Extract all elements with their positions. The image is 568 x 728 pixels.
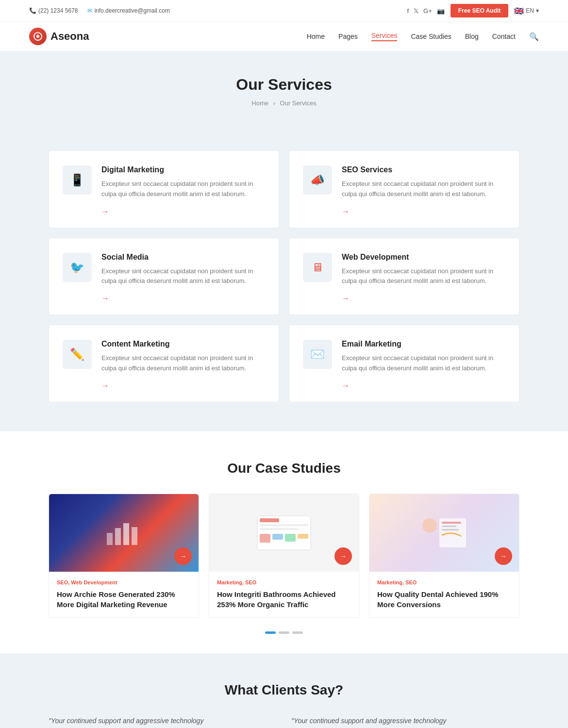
svg-rect-10 — [260, 528, 299, 530]
top-bar-right: f 𝕏 G+ 📷 Free SEO Audit 🇬🇧 EN ▾ — [407, 4, 539, 17]
nav-services[interactable]: Services — [371, 32, 398, 41]
breadcrumb-current: Our Services — [280, 99, 317, 107]
twitter-icon[interactable]: 𝕏 — [414, 7, 418, 15]
service-title: Web Development — [342, 253, 505, 262]
services-section: 📱 Digital Marketing Excepteur sint occae… — [0, 131, 568, 431]
service-icon: ✏️ — [70, 347, 84, 361]
service-icon: 🖥 — [312, 261, 323, 274]
service-icon-wrap: 🐦 — [63, 253, 92, 282]
service-arrow[interactable]: → — [342, 207, 350, 216]
svg-rect-6 — [132, 527, 137, 545]
case-card: → Marketing, SEO How Integriti Bathrooms… — [209, 494, 359, 618]
googleplus-icon[interactable]: G+ — [423, 7, 432, 15]
service-title: Social Media — [101, 253, 265, 262]
service-arrow[interactable]: → — [342, 381, 350, 390]
service-card: 🐦 Social Media Excepteur sint occaecat c… — [49, 238, 279, 315]
nav-links: Home Pages Services Case Studies Blog Co… — [307, 32, 539, 41]
case-thumbnail: → — [49, 494, 199, 572]
carousel-dot[interactable] — [265, 631, 276, 634]
service-desc: Excepteur sint occaecat cupidatat non pr… — [342, 353, 505, 374]
carousel-dot[interactable] — [279, 631, 289, 634]
nav-pages[interactable]: Pages — [338, 33, 358, 40]
top-bar: 📞 (22) 1234 5678 ✉ info.deercreative@gma… — [0, 0, 568, 22]
case-title: How Integriti Bathrooms Achieved 253% Mo… — [217, 589, 351, 610]
hero-section: Our Services Home › Our Services — [0, 51, 568, 131]
case-body: Marketing, SEO How Quality Dental Achiev… — [369, 572, 519, 617]
email-info: ✉ info.deercreative@gmail.com — [87, 7, 170, 14]
breadcrumb-home[interactable]: Home — [251, 99, 268, 107]
case-arrow-button[interactable]: → — [495, 547, 512, 565]
lang-label: EN — [526, 7, 534, 14]
phone-info: 📞 (22) 1234 5678 — [29, 7, 78, 14]
case-body: SEO, Web Development How Archie Rose Gen… — [49, 572, 199, 617]
email-icon: ✉ — [87, 7, 92, 14]
service-arrow[interactable]: → — [101, 294, 109, 303]
service-icon: 🐦 — [70, 261, 84, 274]
service-card: 📣 SEO Services Excepteur sint occaecat c… — [289, 150, 519, 228]
service-desc: Excepteur sint occaecat cupidatat non pr… — [101, 266, 265, 287]
case-thumbnail: → — [209, 494, 359, 572]
flag-icon: 🇬🇧 — [514, 6, 524, 16]
case-title: How Archie Rose Generated 230% More Digi… — [57, 589, 191, 610]
service-icon: ✉️ — [310, 347, 325, 361]
testimonial-item: "Your continued support and aggressive t… — [49, 715, 277, 727]
service-card: ✉️ Email Marketing Excepteur sint occaec… — [289, 325, 519, 402]
svg-rect-5 — [123, 523, 129, 545]
service-icon-wrap: 🖥 — [303, 253, 332, 282]
carousel-dot[interactable] — [292, 631, 303, 634]
service-desc: Excepteur sint occaecat cupidatat non pr… — [342, 266, 505, 287]
testimonials-section: What Clients Say? "Your continued suppor… — [0, 653, 568, 728]
free-seo-button[interactable]: Free SEO Audit — [451, 4, 509, 17]
svg-rect-12 — [272, 534, 283, 540]
case-tags: SEO, Web Development — [57, 579, 191, 585]
service-icon-wrap: 📱 — [63, 165, 92, 195]
service-card: 📱 Digital Marketing Excepteur sint occae… — [49, 150, 279, 228]
case-card: → Marketing, SEO How Quality Dental Achi… — [369, 494, 519, 618]
testimonial-text: "Your continued support and aggressive t… — [49, 715, 277, 727]
case-arrow-button[interactable]: → — [334, 547, 352, 565]
service-arrow[interactable]: → — [342, 294, 350, 303]
svg-rect-9 — [260, 524, 308, 526]
nav-home[interactable]: Home — [307, 33, 325, 40]
email-address: info.deercreative@gmail.com — [94, 7, 170, 14]
testimonial-item: "Your continued support and aggressive t… — [291, 715, 519, 727]
service-content: Content Marketing Excepteur sint occaeca… — [101, 340, 265, 390]
logo-icon — [29, 28, 47, 45]
case-arrow-button[interactable]: → — [174, 547, 192, 565]
chevron-down-icon: ▾ — [536, 7, 539, 14]
service-title: Digital Marketing — [101, 165, 265, 174]
svg-rect-18 — [442, 526, 456, 527]
service-icon-wrap: 📣 — [303, 165, 332, 195]
service-card: 🖥 Web Development Excepteur sint occaeca… — [289, 238, 519, 315]
page-title: Our Services — [10, 76, 558, 94]
phone-number: (22) 1234 5678 — [38, 7, 78, 14]
nav-contact[interactable]: Contact — [492, 33, 516, 40]
phone-icon: 📞 — [29, 7, 36, 14]
service-arrow[interactable]: → — [101, 381, 109, 390]
case-studies-section: Our Case Studies → SEO, Web Development … — [0, 431, 568, 653]
service-icon-wrap: ✉️ — [303, 340, 332, 369]
service-desc: Excepteur sint occaecat cupidatat non pr… — [342, 179, 505, 199]
breadcrumb: Home › Our Services — [10, 99, 558, 107]
service-desc: Excepteur sint occaecat cupidatat non pr… — [101, 179, 265, 199]
svg-rect-3 — [107, 533, 113, 545]
instagram-icon[interactable]: 📷 — [437, 7, 445, 15]
top-bar-left: 📞 (22) 1234 5678 ✉ info.deercreative@gma… — [29, 7, 170, 14]
svg-rect-4 — [115, 528, 121, 545]
service-title: SEO Services — [342, 165, 505, 174]
facebook-icon[interactable]: f — [407, 7, 409, 15]
nav-blog[interactable]: Blog — [465, 33, 479, 40]
logo[interactable]: Aseona — [29, 28, 89, 45]
case-card: → SEO, Web Development How Archie Rose G… — [49, 494, 199, 618]
nav-case-studies[interactable]: Case Studies — [411, 33, 451, 40]
breadcrumb-separator: › — [273, 99, 275, 107]
service-arrow[interactable]: → — [101, 207, 109, 216]
service-content: Digital Marketing Excepteur sint occaeca… — [101, 165, 265, 216]
service-content: Email Marketing Excepteur sint occaecat … — [342, 340, 505, 390]
search-icon[interactable]: 🔍 — [529, 32, 539, 41]
testimonials-grid: "Your continued support and aggressive t… — [49, 715, 519, 727]
service-title: Email Marketing — [342, 340, 505, 348]
language-selector[interactable]: 🇬🇧 EN ▾ — [514, 6, 539, 16]
main-nav: Aseona Home Pages Services Case Studies … — [0, 22, 568, 51]
testimonials-title: What Clients Say? — [49, 682, 519, 698]
